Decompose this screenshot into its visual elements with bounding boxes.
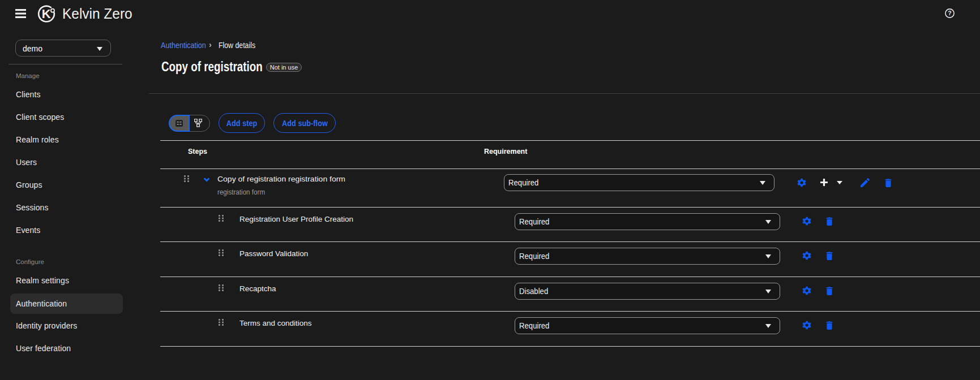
svg-text:K: K — [42, 7, 51, 21]
svg-text:?: ? — [948, 10, 951, 16]
